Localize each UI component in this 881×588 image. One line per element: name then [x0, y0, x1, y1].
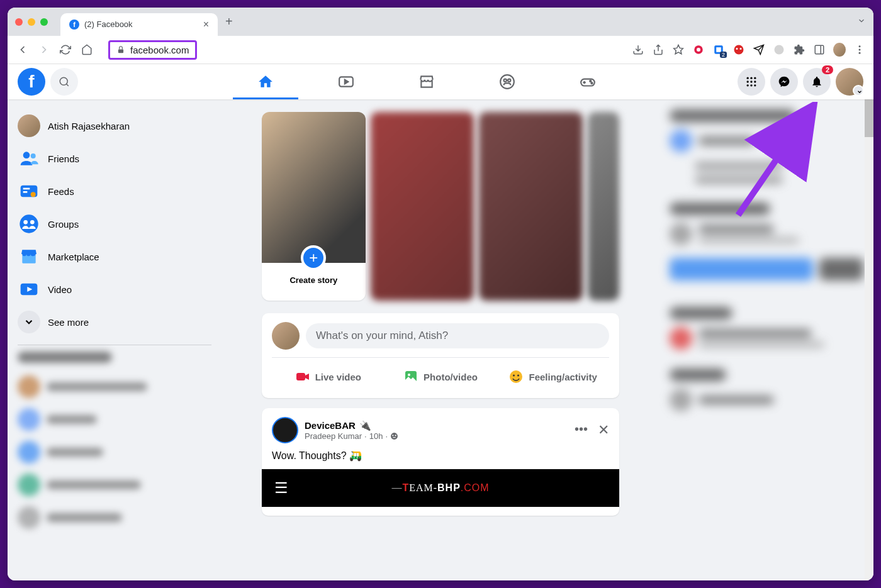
svg-point-55 — [391, 433, 398, 440]
svg-point-15 — [60, 77, 67, 85]
notifications-button[interactable]: 2 — [803, 68, 831, 96]
account-avatar[interactable] — [836, 68, 863, 96]
sidebar-label: Video — [48, 284, 72, 295]
svg-point-36 — [23, 152, 30, 158]
reload-button[interactable] — [58, 42, 73, 57]
extension-icon[interactable] — [692, 43, 705, 56]
story-card[interactable] — [371, 112, 474, 301]
feed-post: DeviceBAR 🔌 Pradeep Kumar · 10h · ••• — [262, 408, 619, 516]
post-page-name[interactable]: DeviceBAR 🔌 — [305, 420, 398, 431]
messenger-button[interactable] — [770, 68, 798, 96]
url-text: facebook.com — [130, 45, 189, 55]
nav-marketplace[interactable] — [389, 64, 464, 99]
search-button[interactable] — [50, 68, 78, 96]
svg-point-21 — [508, 79, 510, 82]
svg-point-25 — [590, 80, 591, 82]
composer-input[interactable]: What's on your mind, Atish? — [306, 323, 609, 348]
sidebar-profile[interactable]: Atish Rajasekharan — [13, 109, 216, 142]
browser-tab[interactable]: f (2) Facebook × — [60, 13, 218, 36]
share-icon[interactable] — [652, 43, 665, 56]
maximize-window-button[interactable] — [40, 18, 48, 26]
nav-groups[interactable] — [469, 64, 545, 99]
story-card[interactable] — [588, 112, 619, 301]
download-icon[interactable] — [632, 43, 644, 56]
tab-list-dropdown[interactable] — [857, 16, 866, 28]
svg-point-9 — [775, 45, 784, 55]
svg-rect-10 — [815, 45, 824, 54]
tab-title: (2) Facebook — [84, 19, 133, 29]
svg-point-57 — [395, 435, 396, 436]
action-label: Photo/video — [424, 372, 478, 382]
forward-button[interactable] — [36, 42, 52, 57]
extensions-menu-icon[interactable] — [793, 43, 805, 56]
new-tab-button[interactable]: + — [225, 14, 233, 29]
notification-badge: 2 — [822, 65, 833, 74]
friends-icon — [18, 147, 40, 170]
post-menu-button[interactable]: ••• — [575, 422, 588, 438]
video-icon — [18, 278, 40, 301]
post-timestamp[interactable]: 10h — [369, 431, 383, 441]
extension-icon[interactable] — [753, 43, 765, 56]
nav-home[interactable] — [228, 64, 303, 99]
extension-icon[interactable] — [732, 43, 745, 56]
svg-point-28 — [750, 77, 752, 79]
sidebar-item-seemore[interactable]: See more — [13, 306, 216, 338]
back-button[interactable] — [15, 42, 30, 57]
svg-point-27 — [747, 77, 749, 79]
sidebar-label: Feeds — [48, 186, 74, 197]
post-close-button[interactable]: ✕ — [598, 422, 609, 438]
nav-video[interactable] — [308, 64, 384, 99]
facebook-logo[interactable]: f — [18, 68, 45, 96]
svg-point-42 — [20, 214, 38, 233]
photo-video-button[interactable]: Photo/video — [384, 364, 497, 389]
svg-point-56 — [392, 435, 393, 436]
sidepanel-icon[interactable] — [813, 43, 826, 56]
menu-button[interactable] — [738, 68, 765, 96]
svg-point-7 — [736, 48, 738, 50]
story-card[interactable] — [479, 112, 583, 301]
post-author[interactable]: Pradeep Kumar — [305, 431, 362, 441]
svg-rect-40 — [23, 191, 28, 193]
story-image — [262, 112, 366, 263]
chrome-menu-button[interactable] — [853, 43, 866, 56]
feeling-button[interactable]: Feeling/activity — [497, 364, 609, 389]
scrollbar[interactable] — [865, 99, 873, 580]
post-avatar[interactable] — [272, 417, 298, 443]
sidebar-item-video[interactable]: Video — [13, 273, 216, 306]
minimize-window-button[interactable] — [28, 18, 35, 26]
browser-tab-strip: f (2) Facebook × + — [8, 8, 873, 36]
svg-point-44 — [30, 220, 35, 225]
sidebar-item-marketplace[interactable]: Marketplace — [13, 240, 216, 273]
svg-point-54 — [517, 375, 519, 377]
create-story-card[interactable]: + Create story — [262, 112, 366, 301]
sidebar-item-friends[interactable]: Friends — [13, 142, 216, 175]
extension-icon[interactable] — [773, 43, 785, 56]
svg-rect-39 — [23, 188, 30, 190]
svg-point-26 — [591, 82, 592, 84]
svg-point-34 — [750, 84, 752, 86]
sidebar-label: Friends — [48, 153, 79, 164]
scrollbar-thumb[interactable] — [865, 99, 873, 137]
live-video-button[interactable]: Live video — [272, 364, 384, 389]
post-text: Wow. Thoughts? 🛺 — [272, 450, 609, 462]
svg-point-13 — [859, 49, 861, 51]
add-story-icon: + — [301, 245, 326, 270]
svg-point-33 — [747, 84, 749, 86]
stories-tray: + Create story — [262, 112, 619, 301]
close-window-button[interactable] — [15, 18, 23, 26]
svg-point-35 — [754, 84, 756, 86]
post-image[interactable]: ☰ —TEAM-BHP.COM — [262, 469, 619, 507]
address-bar[interactable]: facebook.com — [101, 36, 626, 64]
sidebar-item-feeds[interactable]: Feeds — [13, 175, 216, 208]
bookmark-icon[interactable] — [672, 43, 685, 56]
home-button[interactable] — [79, 42, 94, 57]
profile-avatar-icon — [18, 114, 40, 137]
svg-point-37 — [31, 153, 36, 158]
sidebar-item-groups[interactable]: Groups — [13, 208, 216, 240]
groups-icon — [18, 213, 40, 235]
nav-gaming[interactable] — [550, 64, 626, 99]
tab-close-button[interactable]: × — [203, 19, 209, 30]
profile-avatar-icon[interactable] — [833, 43, 846, 56]
composer-avatar[interactable] — [272, 322, 300, 350]
extension-icon[interactable]: 2 — [712, 43, 725, 56]
